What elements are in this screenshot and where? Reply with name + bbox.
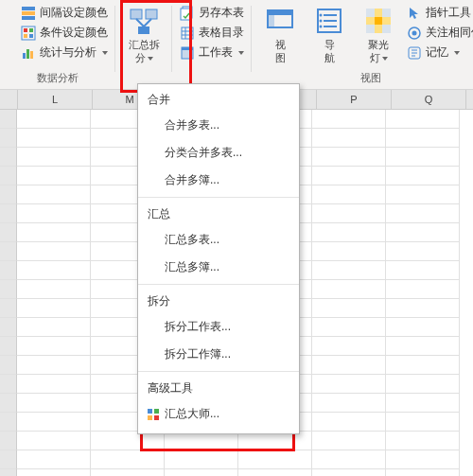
cell[interactable] bbox=[312, 167, 386, 185]
cmd-pointer-tool[interactable]: 指针工具 bbox=[405, 4, 473, 22]
cell[interactable] bbox=[386, 469, 460, 476]
row-edge[interactable] bbox=[0, 167, 17, 185]
cell[interactable] bbox=[17, 129, 91, 148]
row-edge[interactable] bbox=[0, 280, 17, 299]
row-edge[interactable] bbox=[0, 185, 17, 204]
cell[interactable] bbox=[386, 394, 460, 413]
menu-split-sheets[interactable]: 拆分工作表... bbox=[138, 313, 299, 341]
cell[interactable] bbox=[165, 432, 238, 450]
cell[interactable] bbox=[17, 299, 91, 318]
cell[interactable] bbox=[386, 129, 460, 148]
cell[interactable] bbox=[17, 148, 91, 167]
menu-merge-books[interactable]: 合并多簿... bbox=[138, 167, 299, 194]
cmd-interval-color[interactable]: 间隔设定颜色 bbox=[19, 4, 110, 22]
col-header[interactable]: Q bbox=[392, 90, 466, 109]
cell[interactable] bbox=[17, 432, 91, 450]
cell[interactable] bbox=[386, 318, 460, 337]
cell[interactable] bbox=[17, 280, 91, 299]
cell[interactable] bbox=[312, 450, 386, 469]
cell[interactable] bbox=[386, 223, 460, 242]
cell[interactable] bbox=[386, 450, 460, 469]
cell[interactable] bbox=[386, 413, 460, 432]
cell[interactable] bbox=[238, 450, 312, 469]
nav-button[interactable]: 导 航 bbox=[305, 4, 354, 64]
row-edge[interactable] bbox=[0, 204, 17, 223]
cell[interactable] bbox=[312, 318, 386, 337]
row-edge[interactable] bbox=[0, 469, 17, 476]
cell[interactable] bbox=[312, 432, 386, 450]
col-header[interactable]: L bbox=[18, 90, 93, 109]
row-edge[interactable] bbox=[0, 299, 17, 318]
menu-merge-classify[interactable]: 分类合并多表... bbox=[138, 139, 299, 167]
cell[interactable] bbox=[17, 356, 91, 375]
cell[interactable] bbox=[17, 204, 91, 223]
row-edge[interactable] bbox=[0, 318, 17, 337]
row-edge[interactable] bbox=[0, 261, 17, 280]
cell[interactable] bbox=[17, 167, 91, 185]
menu-summary-wizard[interactable]: 汇总大师... bbox=[138, 400, 299, 428]
cell[interactable] bbox=[386, 337, 460, 356]
cell[interactable] bbox=[312, 280, 386, 299]
cell[interactable] bbox=[17, 337, 91, 356]
cell[interactable] bbox=[17, 223, 91, 242]
cell[interactable] bbox=[312, 223, 386, 242]
cmd-save-copy[interactable]: 另存本表 bbox=[178, 4, 246, 22]
cell[interactable] bbox=[17, 318, 91, 337]
cell[interactable] bbox=[312, 185, 386, 204]
cell[interactable] bbox=[386, 204, 460, 223]
spotlight-button[interactable]: 聚光 灯 bbox=[354, 4, 403, 64]
cell[interactable] bbox=[238, 432, 312, 450]
cell[interactable] bbox=[17, 469, 91, 476]
menu-summary-books[interactable]: 汇总多簿... bbox=[138, 254, 299, 281]
cell[interactable] bbox=[386, 148, 460, 167]
row-edge[interactable] bbox=[0, 129, 17, 148]
cell[interactable] bbox=[386, 167, 460, 185]
cell[interactable] bbox=[312, 337, 386, 356]
cell[interactable] bbox=[165, 469, 238, 476]
cmd-conditional-color[interactable]: 条件设定颜色 bbox=[19, 24, 110, 42]
summary-split-button[interactable]: 汇总拆分 bbox=[119, 4, 168, 64]
row-edge[interactable] bbox=[0, 110, 17, 129]
cell[interactable] bbox=[91, 450, 165, 469]
cell[interactable] bbox=[17, 375, 91, 394]
cmd-worksheet[interactable]: 工作表 bbox=[178, 44, 246, 62]
cell[interactable] bbox=[312, 204, 386, 223]
cell[interactable] bbox=[386, 299, 460, 318]
cmd-stats-analysis[interactable]: 统计与分析 bbox=[19, 44, 110, 62]
cmd-table-index[interactable]: 表格目录 bbox=[178, 24, 246, 42]
cell[interactable] bbox=[312, 413, 386, 432]
cell[interactable] bbox=[238, 469, 312, 476]
cell[interactable] bbox=[312, 261, 386, 280]
cell[interactable] bbox=[386, 432, 460, 450]
cmd-memory[interactable]: 记忆 bbox=[405, 44, 473, 62]
row-edge[interactable] bbox=[0, 394, 17, 413]
cell[interactable] bbox=[17, 261, 91, 280]
row-edge[interactable] bbox=[0, 413, 17, 432]
cell[interactable] bbox=[386, 242, 460, 261]
cell[interactable] bbox=[312, 242, 386, 261]
cmd-highlight-same[interactable]: 关注相同值 bbox=[405, 24, 473, 42]
menu-merge-sheets[interactable]: 合并多表... bbox=[138, 112, 299, 139]
row-edge[interactable] bbox=[0, 242, 17, 261]
cell[interactable] bbox=[312, 375, 386, 394]
cell[interactable] bbox=[91, 432, 165, 450]
cell[interactable] bbox=[91, 469, 165, 476]
cell[interactable] bbox=[165, 450, 238, 469]
cell[interactable] bbox=[312, 148, 386, 167]
menu-summary-sheets[interactable]: 汇总多表... bbox=[138, 226, 299, 254]
cell[interactable] bbox=[312, 129, 386, 148]
cell[interactable] bbox=[17, 394, 91, 413]
cell[interactable] bbox=[312, 299, 386, 318]
cell[interactable] bbox=[386, 280, 460, 299]
cell[interactable] bbox=[17, 413, 91, 432]
cell[interactable] bbox=[386, 261, 460, 280]
row-edge[interactable] bbox=[0, 375, 17, 394]
cell[interactable] bbox=[386, 185, 460, 204]
cell[interactable] bbox=[17, 450, 91, 469]
view-button[interactable]: 视 图 bbox=[255, 4, 305, 64]
row-edge[interactable] bbox=[0, 450, 17, 469]
col-header[interactable]: P bbox=[317, 90, 392, 109]
cell[interactable] bbox=[312, 356, 386, 375]
menu-split-books[interactable]: 拆分工作簿... bbox=[138, 341, 299, 368]
cell[interactable] bbox=[312, 469, 386, 476]
